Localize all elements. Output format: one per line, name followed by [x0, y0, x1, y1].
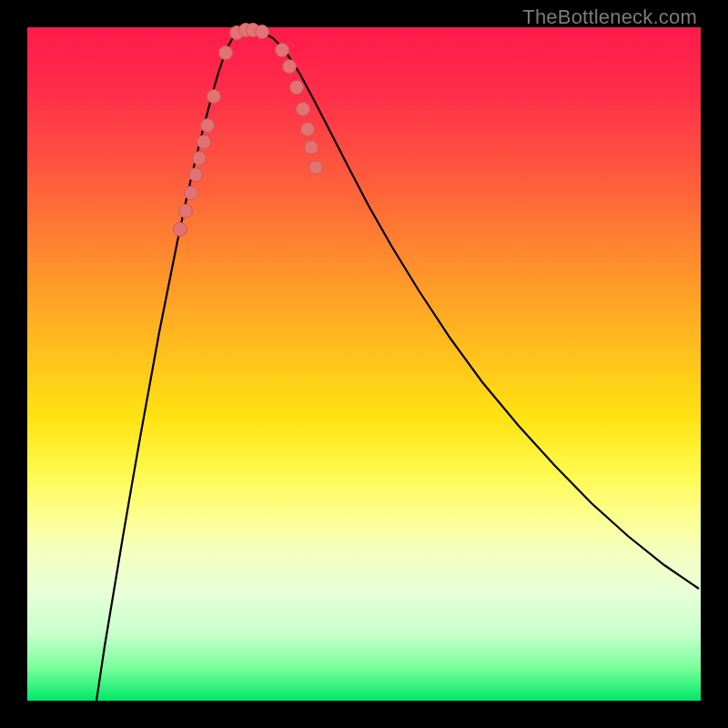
scatter-dots	[174, 24, 323, 237]
data-point	[256, 25, 269, 39]
curve-right	[259, 31, 699, 589]
plot-area	[27, 27, 701, 701]
data-point	[174, 223, 187, 237]
data-point	[193, 152, 207, 166]
data-point	[276, 44, 289, 57]
data-point	[305, 141, 318, 155]
data-point	[201, 119, 215, 133]
data-point	[207, 90, 221, 104]
data-point	[197, 136, 211, 149]
data-point	[283, 60, 297, 74]
data-point	[309, 161, 323, 175]
data-point	[185, 187, 198, 200]
data-point	[290, 81, 304, 95]
watermark-text: TheBottleneck.com	[522, 5, 697, 29]
data-point	[219, 46, 233, 60]
data-point	[179, 205, 193, 218]
data-point	[189, 168, 203, 182]
data-point	[297, 103, 310, 116]
data-point	[301, 123, 315, 136]
curve-left	[96, 31, 241, 701]
chart-svg	[27, 27, 701, 701]
